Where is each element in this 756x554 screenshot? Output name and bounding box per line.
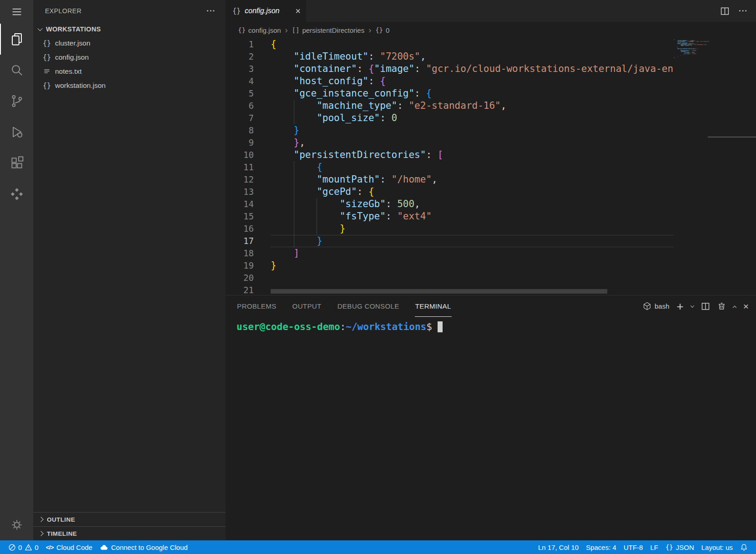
code-line-12[interactable]: 12 "mountPath": "/home", (226, 173, 674, 186)
activity-settings[interactable] (0, 509, 33, 540)
json-file-icon: {} (43, 39, 51, 47)
code-line-1[interactable]: 1{ (226, 38, 674, 51)
activity-run-debug[interactable] (0, 117, 33, 147)
close-tab-icon[interactable]: × (295, 6, 301, 15)
symbol-object-icon: {} (375, 26, 383, 34)
code-line-19[interactable]: 19} (226, 259, 674, 272)
file-item-cluster.json[interactable]: {}cluster.json (33, 36, 226, 50)
keyboard-layout-status[interactable]: Layout: us (698, 540, 736, 554)
tab-config-json[interactable]: {} config.json × (226, 0, 307, 22)
language-mode-status[interactable]: {} JSON (662, 540, 698, 554)
chevron-down-icon (37, 25, 42, 30)
editor-panel-column: {} config.json × ··· {}config.json›[]per… (226, 0, 756, 540)
code-line-4[interactable]: 4 "host_config": { (226, 75, 674, 87)
terminal-dropdown-icon[interactable] (690, 304, 694, 307)
line-number: 5 (226, 87, 254, 100)
code-line-17[interactable]: 17 } (226, 235, 674, 247)
code-line-3[interactable]: 3 "container": {"image": "gcr.io/cloud-w… (226, 63, 674, 75)
eol-status[interactable]: LF (646, 540, 662, 554)
problems-status[interactable]: 0 0 (5, 540, 42, 554)
code-line-14[interactable]: 14 "sizeGb": 500, (226, 198, 674, 210)
panel-tab-debug-console[interactable]: DEBUG CONSOLE (337, 295, 400, 317)
timeline-section[interactable]: TIMELINE (33, 526, 226, 540)
code-line-6[interactable]: 6 "machine_type": "e2-standard-16", (226, 100, 674, 112)
breadcrumb-item-config.json[interactable]: {}config.json (238, 26, 281, 34)
outline-section[interactable]: OUTLINE (33, 512, 226, 526)
source-control-icon (10, 94, 24, 108)
maximize-panel-icon[interactable] (732, 305, 736, 309)
tab-label: config.json (245, 7, 291, 15)
error-count: 0 (18, 544, 22, 551)
code-icon: </> (46, 544, 54, 551)
braces-icon: {} (665, 544, 673, 551)
panel-tab-terminal[interactable]: TERMINAL (415, 295, 452, 317)
code-line-8[interactable]: 8 } (226, 124, 674, 137)
encoding-status[interactable]: UTF-8 (620, 540, 647, 554)
horizontal-scrollbar[interactable] (271, 289, 607, 294)
activity-cloud-code[interactable] (0, 178, 33, 209)
terminal[interactable]: user@code-oss-demo:~/workstations$ (226, 317, 756, 540)
code-line-7[interactable]: 7 "pool_size": 0 (226, 112, 674, 124)
panel-tab-problems[interactable]: PROBLEMS (237, 295, 277, 317)
file-item-config.json[interactable]: {}config.json (33, 50, 226, 64)
file-label: config.json (55, 53, 89, 61)
bash-icon (643, 302, 651, 310)
code-line-13[interactable]: 13 "gcePd": { (226, 186, 674, 198)
breadcrumb-item-0[interactable]: {}0 (375, 26, 389, 34)
file-item-workstation.json[interactable]: {}workstation.json (33, 78, 226, 92)
terminal-cwd: ~/workstations (346, 321, 426, 332)
code-line-18[interactable]: 18 ] (226, 247, 674, 259)
code-editor[interactable]: 1{2 "idleTimeout": "7200s",3 "container"… (226, 38, 756, 295)
chevron-right-icon (38, 531, 43, 536)
activity-explorer[interactable] (0, 24, 33, 55)
application-menu-button[interactable] (0, 0, 33, 24)
sidebar-title: EXPLORER (45, 7, 81, 15)
file-label: cluster.json (55, 39, 91, 47)
indentation-status[interactable]: Spaces: 4 (582, 540, 620, 554)
error-icon (8, 544, 16, 551)
code-line-16[interactable]: 16 } (226, 223, 674, 235)
panel-tabs: PROBLEMSOUTPUTDEBUG CONSOLETERMINAL (237, 295, 452, 317)
close-panel-icon[interactable]: × (743, 301, 749, 311)
activity-source-control[interactable] (0, 86, 33, 117)
line-number: 8 (226, 124, 254, 137)
breadcrumb-item-persistentDirectories[interactable]: []persistentDirectories (292, 26, 365, 34)
cloud-code-status[interactable]: </> Cloud Code (42, 540, 96, 554)
split-editor-icon[interactable] (720, 6, 730, 16)
warning-count: 0 (35, 544, 38, 551)
sidebar-bottom-sections: OUTLINE TIMELINE (33, 512, 226, 540)
language-label: JSON (676, 544, 694, 551)
outline-label: OUTLINE (47, 516, 75, 523)
explorer-more-actions-icon[interactable]: ··· (207, 6, 216, 15)
new-terminal-button[interactable]: + (677, 300, 684, 312)
cursor-position-status[interactable]: Ln 17, Col 10 (534, 540, 582, 554)
line-number: 1 (226, 38, 254, 51)
code-line-5[interactable]: 5 "gce_instance_config": { (226, 87, 674, 100)
terminal-shell-selector[interactable]: bash (643, 302, 670, 310)
folder-workstations[interactable]: WORKSTATIONS (33, 22, 226, 36)
line-number: 20 (226, 272, 254, 284)
line-number: 6 (226, 100, 254, 112)
connect-label: Connect to Google Cloud (111, 544, 187, 551)
file-item-notes.txt[interactable]: notes.txt (33, 64, 226, 78)
json-file-icon: {} (43, 81, 51, 90)
code-line-15[interactable]: 15 "fsType": "ext4" (226, 210, 674, 223)
split-terminal-icon[interactable] (701, 302, 710, 311)
kill-terminal-icon[interactable] (717, 302, 726, 310)
json-file-icon: {} (43, 53, 51, 61)
minimap[interactable]: { "idleTimeout": "7200s", "container": {… (674, 39, 709, 295)
code-line-10[interactable]: 10 "persistentDirectories": [ (226, 149, 674, 161)
editor-more-actions-icon[interactable]: ··· (739, 6, 748, 15)
encoding-label: UTF-8 (624, 544, 643, 551)
symbol-array-icon: [] (292, 26, 300, 34)
code-line-11[interactable]: 11 { (226, 161, 674, 173)
code-line-20[interactable]: 20 (226, 272, 674, 284)
notifications-status[interactable] (736, 540, 751, 554)
code-line-2[interactable]: 2 "idleTimeout": "7200s", (226, 51, 674, 63)
panel-tab-output[interactable]: OUTPUT (292, 295, 322, 317)
activity-search[interactable] (0, 55, 33, 86)
activity-extensions[interactable] (0, 147, 33, 178)
connect-google-cloud-status[interactable]: Connect to Google Cloud (96, 540, 191, 554)
json-file-icon: {} (232, 7, 241, 15)
code-line-9[interactable]: 9 }, (226, 137, 674, 149)
